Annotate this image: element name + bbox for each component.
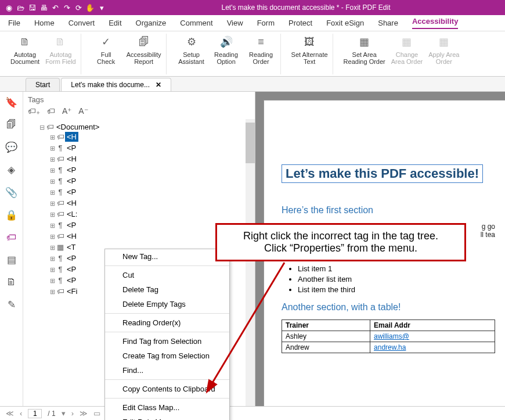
ctx-edit-role-map[interactable]: Edit Role Map... xyxy=(105,415,229,420)
set-area-reading-order-button[interactable]: ▦Set AreaReading Order xyxy=(344,34,385,74)
alttext-icon: 🖼 xyxy=(302,35,316,49)
doc-heading-2a: Here’s the first section xyxy=(282,205,495,216)
next-page-icon[interactable]: › xyxy=(71,409,74,418)
list-item: List item 1 xyxy=(298,264,495,273)
text-decrease-icon[interactable]: A⁻ xyxy=(78,106,88,116)
scrollbar-thumb[interactable] xyxy=(246,123,255,163)
instruction-callout: Right click the incorrect tag in the tag… xyxy=(215,223,466,261)
callout-line-1: Right click the incorrect tag in the tag… xyxy=(243,230,438,242)
tags-panel-title: Tags xyxy=(23,92,255,105)
menu-organize[interactable]: Organize xyxy=(136,19,167,27)
doc-heading-1: Let’s make this PDF accessible! xyxy=(282,164,483,183)
comments-icon[interactable]: 💬 xyxy=(5,141,17,153)
tag-node[interactable]: ⊞🏷<H xyxy=(49,153,255,164)
attachments-icon[interactable]: 📎 xyxy=(5,186,17,199)
tag-node[interactable]: ⊞¶<P xyxy=(49,186,255,198)
report-icon: 🗐 xyxy=(137,35,151,49)
menu-edit[interactable]: Edit xyxy=(109,19,121,27)
ctx-delete-tag[interactable]: Delete Tag xyxy=(105,282,229,297)
page-dropdown-icon[interactable]: ▾ xyxy=(62,409,66,418)
menu-protect[interactable]: Protect xyxy=(288,19,312,27)
ctx-new-tag[interactable]: New Tag... xyxy=(105,249,229,264)
tags-icon[interactable]: 🏷 xyxy=(6,232,16,243)
fullcheck-icon: ✓ xyxy=(99,35,113,49)
tag-node[interactable]: ⊞¶<P xyxy=(49,142,255,153)
ctx-reading-order-x[interactable]: Reading Order(x) xyxy=(105,315,229,330)
tag-node[interactable]: ⊞¶<P xyxy=(49,175,255,186)
accessibility-report-button[interactable]: 🗐AccessibilityReport xyxy=(127,34,161,74)
menu-file[interactable]: File xyxy=(8,19,20,27)
reading-option-button[interactable]: 🔊ReadingOption xyxy=(212,34,241,74)
first-page-icon[interactable]: ≪ xyxy=(6,409,14,418)
setarea-icon: ▦ xyxy=(358,35,371,49)
full-check-button[interactable]: ✓FullCheck xyxy=(92,34,121,74)
hand-icon[interactable]: ✋ xyxy=(85,2,95,13)
pages-icon[interactable]: 🗐 xyxy=(6,119,16,131)
last-page-icon[interactable]: ≫ xyxy=(80,409,88,418)
fields-icon[interactable]: 🗎 xyxy=(6,277,16,288)
security-icon[interactable]: 🔒 xyxy=(5,209,17,221)
ctx-create-tag-from-selection[interactable]: Create Tag from Selection xyxy=(105,349,229,363)
menu-form[interactable]: Form xyxy=(257,19,275,27)
ctx-copy-contents-to-clipboard[interactable]: Copy Contents to Clipboard xyxy=(105,382,229,396)
setup-assistant-button[interactable]: ⚙SetupAssistant xyxy=(177,34,206,74)
change-area-order-button: ▦ChangeArea Order xyxy=(391,34,423,74)
tree-scrollbar[interactable] xyxy=(246,119,255,406)
tab-document[interactable]: Let's make this docume...✕ xyxy=(61,78,171,91)
table-header: Email Addr xyxy=(370,320,495,331)
ctx-find[interactable]: Find... xyxy=(105,363,229,378)
doc-table: TrainerEmail Addr Ashleyawilliams@ Andre… xyxy=(282,320,495,353)
context-menu: New Tag...CutDelete TagDelete Empty Tags… xyxy=(104,249,230,420)
save-icon[interactable]: 🖫 xyxy=(27,2,37,13)
autotag-document-button[interactable]: 🗎AutotagDocument xyxy=(10,34,39,74)
ctx-cut[interactable]: Cut xyxy=(105,268,229,282)
tag-node[interactable]: ⊞🏷<L: xyxy=(49,209,255,220)
fit-page-icon[interactable]: ▭ xyxy=(93,409,100,418)
bookmarks-icon[interactable]: 🔖 xyxy=(5,96,17,109)
changearea-icon: ▦ xyxy=(400,35,414,49)
email-link[interactable]: awilliams@ xyxy=(374,332,409,340)
tag-add-icon[interactable]: 🏷₊ xyxy=(28,106,40,116)
doc-bullet-list: List item 1 Another list item List item … xyxy=(298,264,495,294)
text-increase-icon[interactable]: A⁺ xyxy=(62,106,71,116)
ctx-find-tag-from-selection[interactable]: Find Tag from Selection xyxy=(105,334,229,349)
open-icon[interactable]: 🗁 xyxy=(15,2,26,13)
left-nav-rail: 🔖 🗐 💬 ◈ 📎 🔒 🏷 ▤ 🗎 ✎ xyxy=(0,92,23,406)
autotag-doc-icon: 🗎 xyxy=(18,35,32,49)
table-cell: andrew.ha xyxy=(370,342,495,353)
reading-order-button[interactable]: ≡ReadingOrder xyxy=(247,34,276,74)
ribbon: 🗎AutotagDocument 🗎AutotagForm Field ✓Ful… xyxy=(0,31,505,77)
menu-home[interactable]: Home xyxy=(34,19,55,27)
signatures-icon[interactable]: ✎ xyxy=(8,299,16,311)
tag-node[interactable]: ⊞¶<P xyxy=(49,164,255,175)
autotag-form-icon: 🗎 xyxy=(53,35,67,49)
tag-node[interactable]: ⊞🏷<H xyxy=(49,198,255,209)
set-alt-text-button[interactable]: 🖼Set AlternateText xyxy=(291,34,328,74)
refresh-icon[interactable]: ⟳ xyxy=(73,2,84,13)
document-tabbar: Start Let's make this docume...✕ xyxy=(0,77,505,92)
redo-icon[interactable]: ↷ xyxy=(62,2,72,13)
quick-access-toolbar: ◉ 🗁 🖫 🖶 ↶ ↷ ⟳ ✋ ▾ xyxy=(0,2,107,13)
menu-comment[interactable]: Comment xyxy=(180,19,212,27)
dropdown-icon[interactable]: ▾ xyxy=(96,2,107,13)
email-link[interactable]: andrew.ha xyxy=(374,343,406,351)
titlebar: ◉ 🗁 🖫 🖶 ↶ ↷ ⟳ ✋ ▾ Let's make this docume… xyxy=(0,0,505,15)
print-icon[interactable]: 🖶 xyxy=(38,2,49,13)
tag-node-selected[interactable]: ⊞🏷<H xyxy=(49,131,255,142)
prev-page-icon[interactable]: ‹ xyxy=(20,409,22,418)
tab-start[interactable]: Start xyxy=(26,78,60,91)
menu-accessibility[interactable]: Accessibility xyxy=(412,17,459,29)
tag-options-icon[interactable]: 🏷 xyxy=(47,106,55,116)
ctx-delete-empty-tags[interactable]: Delete Empty Tags xyxy=(105,297,229,311)
order-icon[interactable]: ▤ xyxy=(7,254,16,266)
menu-share[interactable]: Share xyxy=(378,19,398,27)
menu-convert[interactable]: Convert xyxy=(68,19,95,27)
close-icon[interactable]: ✕ xyxy=(156,81,161,89)
ctx-edit-class-map[interactable]: Edit Class Map... xyxy=(105,400,229,415)
layers-icon[interactable]: ◈ xyxy=(8,164,15,176)
menu-esign[interactable]: Foxit eSign xyxy=(326,19,364,27)
readopt-icon: 🔊 xyxy=(219,35,233,49)
page-number-input[interactable] xyxy=(28,409,42,418)
menu-view[interactable]: View xyxy=(227,19,243,27)
undo-icon[interactable]: ↶ xyxy=(50,2,60,13)
